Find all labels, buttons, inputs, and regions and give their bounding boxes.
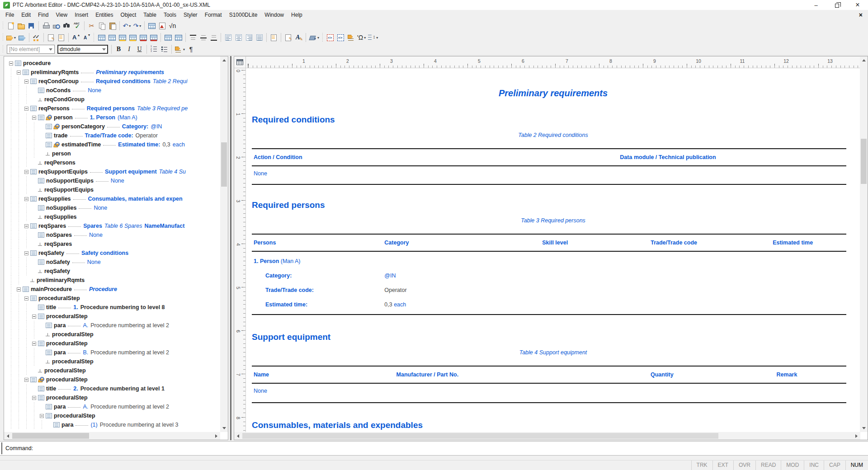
scroll-left-arrow[interactable] [237, 434, 239, 438]
merge-cells-button[interactable] [163, 33, 173, 42]
collapse-icon[interactable] [24, 378, 28, 382]
insert-column-left-button[interactable] [117, 33, 127, 42]
document-map-pane[interactable]: procedurepreliminaryRqmtsPreliminary req… [4, 56, 228, 440]
menu-entities[interactable]: Entities [92, 10, 117, 19]
tree-element-noConds[interactable]: noCondsNone [5, 86, 220, 95]
insert-markup-button[interactable]: ▾ [5, 33, 17, 42]
command-input[interactable] [33, 442, 868, 455]
special-character-button[interactable]: 'Ω▾ [356, 33, 367, 42]
menu-file[interactable]: File [2, 10, 18, 19]
delete-row-button[interactable] [138, 33, 148, 42]
ruler-corner[interactable] [234, 56, 246, 68]
paste-button[interactable] [107, 21, 118, 31]
insert-column-right-button[interactable] [127, 33, 138, 42]
print-button[interactable] [41, 21, 51, 31]
scroll-thumb[interactable] [242, 433, 718, 439]
restore-button[interactable] [826, 0, 847, 10]
tree-end-person[interactable]: person [5, 149, 220, 158]
fill-pattern-button[interactable]: ▾ [308, 33, 320, 42]
shrink-font-button[interactable] [81, 33, 91, 42]
doc-vertical-scrollbar[interactable] [860, 56, 868, 432]
bullet-list-button[interactable] [159, 44, 170, 54]
collapse-icon[interactable] [17, 287, 21, 291]
element-combo[interactable]: [No element] [7, 45, 55, 54]
menu-format[interactable]: Format [201, 10, 226, 19]
collapse-icon[interactable] [9, 61, 13, 66]
toolbar-grip[interactable] [2, 22, 4, 30]
scroll-thumb[interactable] [12, 433, 89, 439]
tree-end-reqSupportEquips[interactable]: reqSupportEquips [5, 185, 220, 194]
menu-s1000dlite[interactable]: S1000DLite [226, 10, 261, 19]
delete-column-button[interactable] [148, 33, 159, 42]
tree-element-procedure[interactable]: procedure [5, 59, 220, 68]
valign-middle-button[interactable] [198, 33, 208, 42]
tree-element-proceduralStep[interactable]: proceduralStep [5, 393, 220, 402]
scroll-left-arrow[interactable] [7, 434, 9, 438]
tree-element-reqSupplies[interactable]: reqSuppliesConsumables, materials and ex… [5, 194, 220, 203]
collapse-icon[interactable] [24, 80, 28, 84]
modify-tag-button[interactable] [17, 33, 27, 42]
tree-end-proceduralStep[interactable]: proceduralStep [5, 330, 220, 339]
tree-element-person[interactable]: person1. Person(Man A) [5, 113, 220, 122]
tree-element-reqCondGroup[interactable]: reqCondGroupRequired conditionsTable 2 R… [5, 77, 220, 86]
pane-splitter[interactable] [228, 56, 234, 440]
tree-end-proceduralStep[interactable]: proceduralStep [5, 357, 220, 366]
menu-help[interactable]: Help [288, 10, 306, 19]
check-completeness-button[interactable] [31, 33, 42, 42]
show-paragraph-marks-button[interactable]: ¶ [186, 44, 196, 54]
toolbar-grip[interactable] [2, 45, 4, 53]
format-character-button[interactable] [293, 33, 304, 42]
tree-end-reqSpares[interactable]: reqSpares [5, 240, 220, 249]
tree-element-proceduralStep[interactable]: proceduralStep [5, 339, 220, 348]
numbered-list-button[interactable] [149, 44, 159, 54]
tree-element-noSpares[interactable]: noSparesNone [5, 230, 220, 240]
tree-element-noSupportEquips[interactable]: noSupportEquipsNone [5, 176, 220, 185]
tree-element-reqSupportEquips[interactable]: reqSupportEquipsSupport equipmentTable 4… [5, 167, 220, 176]
line-spacing-button[interactable]: ▾ [367, 33, 379, 42]
tree-element-mainProcedure[interactable]: mainProcedureProcedure [5, 285, 220, 294]
cut-button[interactable]: ✂ [86, 21, 97, 31]
xml-tree[interactable]: procedurepreliminaryRqmtsPreliminary req… [5, 57, 220, 432]
insert-equation-button[interactable]: √n [167, 21, 178, 31]
tag-view-button[interactable]: ▾ [174, 44, 186, 54]
edit-comment-button[interactable] [283, 33, 293, 42]
tree-element-reqPersons[interactable]: reqPersonsRequired personsTable 3 Requir… [5, 104, 220, 113]
tree-element-proceduralStep[interactable]: proceduralStep [5, 294, 220, 303]
document-content[interactable]: Preliminary requirements Required condit… [246, 68, 860, 432]
tree-element-para[interactable]: paraA.Procedure numbering at level 2 [5, 321, 220, 330]
insert-row-above-button[interactable] [96, 33, 107, 42]
collapse-icon[interactable] [24, 107, 28, 111]
collapse-icon[interactable] [24, 296, 28, 301]
tree-element-personCategory[interactable]: personCategoryCategory:@IN [5, 122, 220, 131]
close-button[interactable]: × [847, 0, 868, 10]
find-button[interactable] [61, 21, 72, 31]
insert-graphic-button[interactable] [157, 21, 167, 31]
align-right-button[interactable] [244, 33, 254, 42]
undo-button[interactable]: ↶▾ [122, 21, 132, 31]
grow-font-button[interactable] [71, 33, 81, 42]
collapse-icon[interactable] [32, 396, 36, 400]
menu-tools[interactable]: Tools [160, 10, 180, 19]
tree-element-title[interactable]: title2.Procedure numbering at level 1 [5, 384, 220, 393]
tree-horizontal-scrollbar[interactable] [4, 432, 220, 440]
split-cell-button[interactable] [173, 33, 184, 42]
close-document-button[interactable]: × [856, 11, 865, 19]
bold-button[interactable]: B [113, 44, 124, 54]
scroll-right-arrow[interactable] [855, 434, 858, 438]
menu-styler[interactable]: Styler [180, 10, 201, 19]
align-left-button[interactable] [223, 33, 233, 42]
tree-element-para[interactable]: paraA.Procedure numbering at level 2 [5, 402, 220, 411]
profiles-button[interactable] [56, 33, 66, 42]
context-combo[interactable]: dmodule [57, 45, 108, 54]
menu-find[interactable]: Find [34, 10, 52, 19]
tree-element-para[interactable]: para(1)Procedure numbering at level 3 [5, 420, 220, 429]
save-button[interactable] [26, 21, 37, 31]
collapse-icon[interactable] [24, 170, 28, 174]
tree-vertical-scrollbar[interactable] [220, 56, 228, 432]
menu-insert[interactable]: Insert [71, 10, 92, 19]
redo-button[interactable]: ↷▾ [132, 21, 142, 31]
view-document-source-button[interactable] [325, 33, 335, 42]
menu-object[interactable]: Object [117, 10, 140, 19]
valign-bottom-button[interactable] [208, 33, 219, 42]
tree-element-reqSpares[interactable]: reqSparesSparesTable 6 SparesNameManufac… [5, 221, 220, 230]
